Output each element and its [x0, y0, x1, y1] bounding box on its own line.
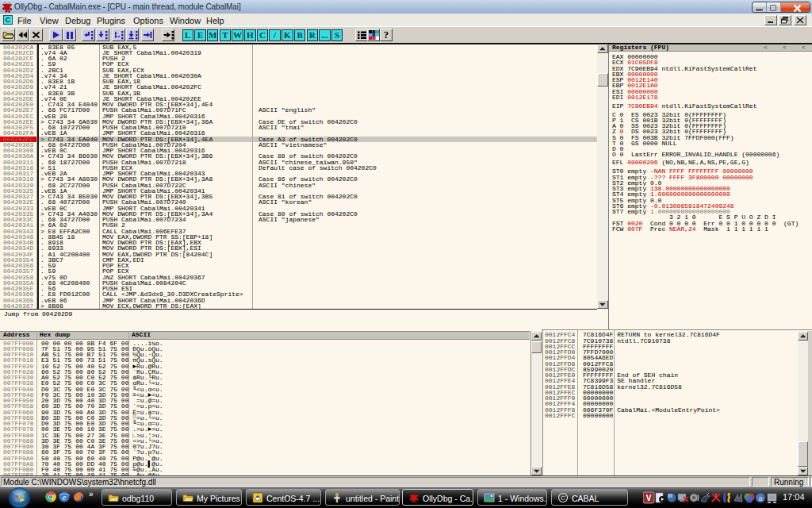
- svg-text:a: a: [758, 495, 762, 502]
- svg-text:C: C: [561, 495, 565, 502]
- svg-text:V: V: [646, 494, 652, 502]
- svg-text:e: e: [63, 492, 67, 502]
